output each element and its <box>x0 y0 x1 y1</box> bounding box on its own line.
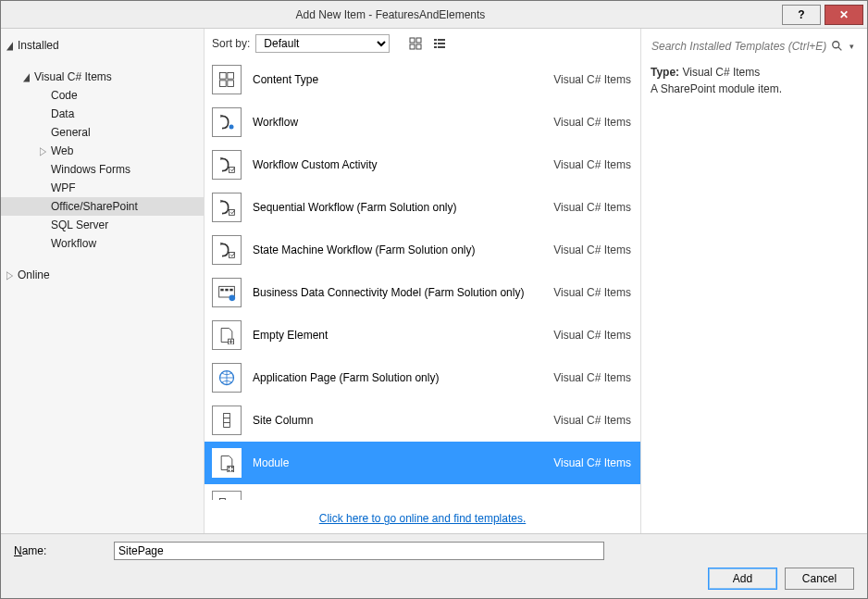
template-row[interactable]: WorkflowVisual C# Items <box>205 101 640 144</box>
search-dropdown-icon[interactable]: ▾ <box>847 42 857 51</box>
template-row[interactable]: Site ColumnVisual C# Items <box>205 399 640 442</box>
template-row[interactable]: ModuleVisual C# Items <box>205 442 640 484</box>
grid-icon <box>409 37 422 50</box>
tree-node-web[interactable]: Web <box>1 142 204 160</box>
template-category: Visual C# Items <box>553 243 631 256</box>
search-wrap: ▾ <box>651 36 858 56</box>
template-name: Module <box>253 456 553 469</box>
template-name: Workflow Custom Activity <box>253 158 553 171</box>
template-name: Content Type <box>253 73 553 86</box>
caret-icon <box>6 40 14 52</box>
template-icon <box>212 406 242 435</box>
template-name: Site Column <box>253 414 553 427</box>
tree-label: Online <box>18 268 50 281</box>
list-icon <box>433 37 446 50</box>
template-category: Visual C# Items <box>553 456 631 469</box>
svg-rect-9 <box>438 46 445 48</box>
caret-icon <box>23 71 31 83</box>
template-icon <box>212 491 242 500</box>
close-button[interactable]: ✕ <box>825 5 863 25</box>
template-list[interactable]: Content TypeVisual C# ItemsWorkflowVisua… <box>205 58 640 500</box>
svg-rect-2 <box>410 44 415 49</box>
template-description: A SharePoint module item. <box>651 82 858 95</box>
online-templates-link[interactable]: Click here to go online and find templat… <box>319 512 526 525</box>
details-pane: ▾ Type: Visual C# Items A SharePoint mod… <box>640 29 867 533</box>
tree-node-winforms[interactable]: Windows Forms <box>1 160 204 179</box>
titlebar: Add New Item - FeaturesAndElements ? ✕ <box>1 1 867 29</box>
template-row[interactable]: Application Page (Farm Solution only)Vis… <box>205 356 640 399</box>
tree-node-code[interactable]: Code <box>1 86 204 105</box>
template-icon <box>212 107 242 137</box>
name-row: Name: <box>1 534 867 568</box>
tree-node-workflow[interactable]: Workflow <box>1 234 204 253</box>
tree-label: Code <box>51 89 78 102</box>
template-icon <box>212 448 242 478</box>
template-category: Visual C# Items <box>553 201 631 214</box>
sortby-select[interactable]: Default <box>255 34 390 53</box>
add-button[interactable]: Add <box>708 568 777 590</box>
view-medium-icons-button[interactable] <box>406 34 425 53</box>
tree-label: Workflow <box>51 237 96 250</box>
tree-node-installed[interactable]: Installed <box>1 36 204 55</box>
template-category: Visual C# Items <box>553 499 631 500</box>
tree-node-sqlserver[interactable]: SQL Server <box>1 216 204 234</box>
svg-point-10 <box>833 42 839 48</box>
template-row[interactable]: Sequential Workflow (Farm Solution only)… <box>205 186 640 229</box>
name-label: Name: <box>14 544 106 557</box>
tree-label: Installed <box>18 39 59 52</box>
search-input[interactable] <box>651 37 828 56</box>
template-info: Type: Visual C# Items A SharePoint modul… <box>651 66 858 95</box>
svg-line-11 <box>838 47 842 51</box>
tree-node-data[interactable]: Data <box>1 105 204 123</box>
template-name: Empty Element <box>253 329 553 342</box>
tree-node-vcsitems[interactable]: Visual C# Items <box>1 68 204 86</box>
template-icon <box>212 363 242 393</box>
template-name: Application Page (Farm Solution only) <box>253 371 553 384</box>
template-icon <box>212 65 242 94</box>
svg-rect-5 <box>438 39 445 41</box>
template-pane: Sort by: Default Content TypeVisual C# I… <box>205 29 640 533</box>
search-button[interactable] <box>828 37 847 56</box>
tree-node-wpf[interactable]: WPF <box>1 179 204 197</box>
view-small-icons-button[interactable] <box>430 34 449 53</box>
dialog-content: Installed Visual C# Items Code Data Gene… <box>1 29 867 533</box>
search-icon <box>831 40 844 53</box>
template-category: Visual C# Items <box>553 73 631 86</box>
template-category: Visual C# Items <box>553 158 631 171</box>
category-tree: Installed Visual C# Items Code Data Gene… <box>1 29 205 533</box>
template-icon <box>212 320 242 350</box>
caret-icon <box>40 145 47 157</box>
tree-node-sharepoint[interactable]: Office/SharePoint <box>1 197 204 216</box>
help-button[interactable]: ? <box>782 5 821 25</box>
template-icon <box>212 235 242 265</box>
tree-node-online[interactable]: Online <box>1 266 204 284</box>
template-category: Visual C# Items <box>553 414 631 427</box>
close-icon: ✕ <box>839 8 849 21</box>
svg-rect-1 <box>416 38 421 43</box>
svg-rect-7 <box>438 43 445 44</box>
template-name: Site Definition (Farm Solution only) <box>253 499 553 500</box>
template-category: Visual C# Items <box>553 371 631 384</box>
tree-label: Web <box>51 144 73 157</box>
svg-rect-3 <box>416 44 421 49</box>
tree-node-general[interactable]: General <box>1 123 204 142</box>
button-row: Add Cancel <box>1 568 867 599</box>
template-row[interactable]: Business Data Connectivity Model (Farm S… <box>205 271 640 314</box>
svg-rect-0 <box>410 38 415 43</box>
template-row[interactable]: State Machine Workflow (Farm Solution on… <box>205 229 640 271</box>
tree-label: WPF <box>51 181 76 194</box>
template-row[interactable]: Site Definition (Farm Solution only)Visu… <box>205 484 640 500</box>
name-input[interactable] <box>114 542 604 560</box>
tree-label: General <box>51 126 91 139</box>
template-row[interactable]: Workflow Custom ActivityVisual C# Items <box>205 144 640 186</box>
template-category: Visual C# Items <box>553 286 631 299</box>
svg-rect-6 <box>434 43 437 44</box>
template-icon <box>212 278 242 307</box>
caret-icon <box>6 269 14 281</box>
template-row[interactable]: Empty ElementVisual C# Items <box>205 314 640 356</box>
svg-rect-4 <box>434 39 437 41</box>
type-value: Visual C# Items <box>682 66 760 79</box>
cancel-button[interactable]: Cancel <box>785 568 854 590</box>
svg-rect-8 <box>434 46 437 48</box>
template-row[interactable]: Content TypeVisual C# Items <box>205 58 640 101</box>
